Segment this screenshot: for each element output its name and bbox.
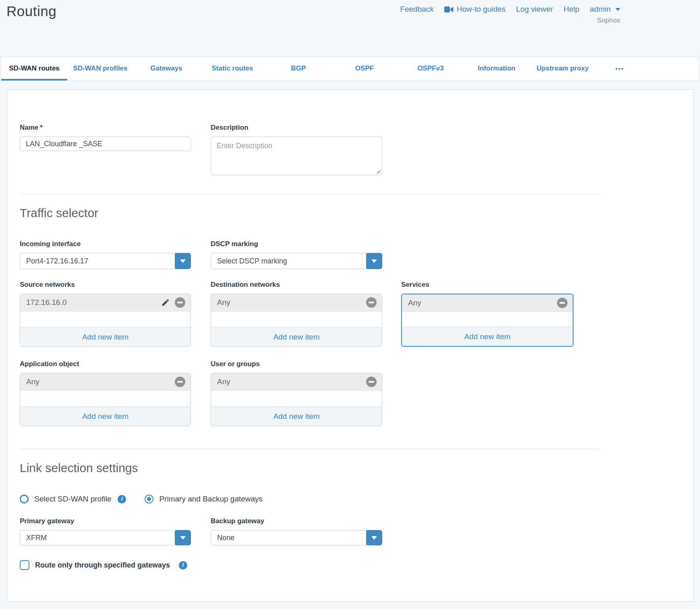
tab-sdwan-profiles[interactable]: SD-WAN profiles [67, 57, 133, 80]
add-new-item-button[interactable]: Add new item [402, 327, 573, 346]
tab-overflow-menu[interactable]: ••• [596, 57, 644, 80]
top-header: Routing Feedback How-to guides Log viewe… [0, 0, 700, 56]
remove-item-icon[interactable] [557, 298, 567, 308]
info-icon[interactable]: i [118, 495, 126, 503]
add-new-item-button[interactable]: Add new item [20, 406, 191, 426]
tab-bar: SD-WAN routes SD-WAN profiles Gateways S… [1, 56, 699, 81]
backup-gateway-select[interactable]: None [211, 530, 382, 545]
tab-upstream-proxy[interactable]: Upstream proxy [530, 57, 596, 80]
dscp-marking-select[interactable]: Select DSCP marking [211, 253, 382, 269]
dscp-marking-label: DSCP marking [211, 240, 382, 248]
primary-gateway-label: Primary gateway [20, 517, 191, 525]
traffic-selector-heading: Traffic selector [20, 206, 612, 220]
section-divider [20, 194, 600, 194]
list-item: Any [211, 373, 382, 391]
description-label: Description [211, 124, 382, 132]
radio-select-sdwan-profile[interactable] [20, 495, 29, 503]
section-divider [20, 449, 600, 449]
description-field-group: Description [211, 124, 382, 177]
incoming-interface-label: Incoming interface [20, 240, 191, 248]
info-icon[interactable]: i [179, 561, 187, 570]
howto-guides-link[interactable]: How-to guides [444, 5, 505, 14]
route-only-checkbox[interactable] [20, 560, 29, 570]
services-box: Any Add new item [401, 294, 574, 347]
application-object-label: Application object [20, 360, 191, 368]
tab-bgp[interactable]: BGP [265, 57, 331, 80]
tab-static-routes[interactable]: Static routes [199, 57, 265, 80]
chevron-down-icon[interactable] [366, 530, 382, 545]
application-object-box: Any Add new item [20, 373, 191, 426]
remove-item-icon[interactable] [366, 297, 377, 308]
add-new-item-button[interactable]: Add new item [211, 406, 382, 426]
required-asterisk: * [40, 124, 43, 131]
destination-networks-box: Any Add new item [211, 294, 382, 347]
radio-label: Select SD-WAN profile [34, 495, 111, 503]
list-item: Any [211, 294, 382, 311]
list-item: Any [402, 294, 573, 312]
edit-pencil-icon[interactable] [161, 298, 170, 307]
page-title: Routing [6, 3, 56, 19]
admin-menu[interactable]: admin [590, 5, 620, 14]
chevron-down-icon [615, 8, 620, 11]
list-item: 172.16.16.0 [20, 294, 191, 311]
add-new-item-button[interactable]: Add new item [211, 327, 382, 346]
help-link[interactable]: Help [563, 5, 579, 14]
name-input[interactable] [20, 137, 191, 151]
tab-information[interactable]: Information [464, 57, 530, 80]
tab-sdwan-routes[interactable]: SD-WAN routes [1, 57, 67, 80]
tab-gateways[interactable]: Gateways [133, 57, 199, 80]
header-links: Feedback How-to guides Log viewer Help a… [400, 5, 620, 14]
remove-item-icon[interactable] [175, 297, 185, 308]
list-item: Any [20, 373, 191, 391]
feedback-link[interactable]: Feedback [400, 5, 433, 14]
link-selection-heading: Link selection settings [20, 461, 612, 475]
checkbox-label: Route only through specified gateways [35, 561, 170, 570]
backup-gateway-label: Backup gateway [211, 517, 382, 525]
services-label: Services [401, 281, 574, 289]
radio-label: Primary and Backup gateways [159, 495, 263, 503]
destination-networks-label: Destination networks [211, 281, 382, 289]
brand-label: Sophos [400, 17, 620, 25]
tab-ospfv3[interactable]: OSPFv3 [398, 57, 464, 80]
user-or-groups-label: User or groups [211, 360, 382, 368]
remove-item-icon[interactable] [366, 377, 377, 387]
content-card: Name* Description Traffic selector Incom… [7, 89, 694, 602]
chevron-down-icon[interactable] [175, 253, 191, 269]
user-or-groups-box: Any Add new item [211, 373, 382, 426]
chevron-down-icon[interactable] [366, 253, 382, 269]
log-viewer-link[interactable]: Log viewer [516, 5, 553, 14]
description-textarea[interactable] [211, 137, 382, 175]
tab-ospf[interactable]: OSPF [331, 57, 398, 80]
source-networks-box: 172.16.16.0 Add new item [20, 294, 191, 347]
incoming-interface-select[interactable]: Port4-172.16.16.17 [20, 253, 191, 269]
radio-primary-backup-gateways[interactable] [145, 495, 153, 503]
video-camera-icon [444, 6, 454, 12]
add-new-item-button[interactable]: Add new item [20, 327, 191, 346]
chevron-down-icon[interactable] [175, 530, 191, 545]
primary-gateway-select[interactable]: XFRM [20, 530, 191, 545]
name-label: Name* [20, 124, 191, 132]
source-networks-label: Source networks [20, 281, 191, 289]
header-right: Feedback How-to guides Log viewer Help a… [400, 5, 620, 25]
remove-item-icon[interactable] [175, 377, 185, 387]
name-field-group: Name* [20, 124, 191, 177]
